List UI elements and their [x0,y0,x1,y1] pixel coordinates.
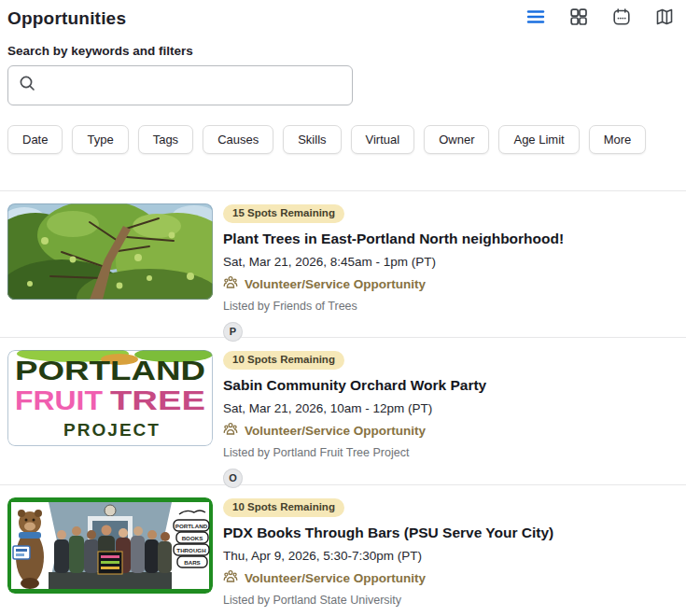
book-label-portland: PORTLAND [175,523,208,529]
opportunity-card-plant-trees[interactable]: 15 Spots Remaining Plant Trees in East-P… [0,190,686,337]
opportunity-type: Volunteer/Service Opportunity [223,422,426,440]
filter-button-date[interactable]: Date [7,125,63,154]
listed-by: Listed by Portland Fruit Tree Project [223,446,409,459]
calendar-view-button[interactable] [611,8,632,29]
filter-button-age-limit[interactable]: Age Limit [498,125,579,154]
filter-bar: Date Type Tags Causes Skills Virtual Own… [7,125,679,154]
opportunity-datetime: Thu, Apr 9, 2026, 5:30-7:30pm (PT) [223,549,422,563]
map-icon [654,7,675,30]
opportunity-list: 15 Spots Remaining Plant Trees in East-P… [0,190,686,616]
listed-by: Listed by Friends of Trees [223,300,357,313]
filter-button-skills[interactable]: Skills [283,125,341,154]
calendar-icon [611,7,632,30]
opportunity-card-books-through-bars[interactable]: PORTLAND BOOKS THROUGH BARS 10 Spots Rem… [0,484,686,616]
spots-remaining-badge: 15 Spots Remaining [223,204,344,223]
card-body: 10 Spots Remaining Sabin Community Orcha… [223,350,486,488]
filter-button-virtual[interactable]: Virtual [351,125,415,154]
opportunity-type-label: Volunteer/Service Opportunity [245,277,426,291]
book-label-bars: BARS [184,559,201,566]
filter-button-tags[interactable]: Tags [138,125,193,154]
filter-button-type[interactable]: Type [72,125,128,154]
opportunity-datetime: Sat, Mar 21, 2026, 8:45am - 1pm (PT) [223,255,436,269]
search-section-label: Search by keywords and filters [7,44,686,58]
avatar: P [223,322,243,342]
filter-button-owner[interactable]: Owner [424,125,489,154]
opportunity-datetime: Sat, Mar 21, 2026, 10am - 12pm (PT) [223,401,432,415]
top-bar: Opportunities [0,0,686,30]
avatar-group: P [223,322,243,342]
card-body: 15 Spots Remaining Plant Trees in East-P… [223,203,564,342]
opportunity-card-sabin-orchard[interactable]: PORTLAND FRUIT TREE PROJECT 10 Spots Rem… [0,337,686,484]
logo-word-project: PROJECT [63,420,161,440]
filter-button-more[interactable]: More [589,125,647,154]
grid-icon [568,7,589,30]
logo-word-portland: PORTLAND [15,356,205,385]
opportunity-type: Volunteer/Service Opportunity [223,569,426,587]
view-switcher [525,8,675,29]
search-icon [18,74,45,97]
filter-button-causes[interactable]: Causes [203,125,273,154]
search-input-wrapper[interactable] [7,65,353,105]
opportunity-type: Volunteer/Service Opportunity [223,275,426,293]
list-view-button[interactable] [525,8,546,29]
hamburger-icon [525,7,546,30]
people-group-icon [223,569,238,587]
people-group-icon [223,275,238,293]
opportunity-title: Plant Trees in East-Portland North neigh… [223,231,564,247]
opportunity-type-label: Volunteer/Service Opportunity [245,424,426,438]
opportunity-title: Sabin Community Orchard Work Party [223,377,486,394]
opportunity-type-label: Volunteer/Service Opportunity [245,571,426,585]
spots-remaining-badge: 10 Spots Remaining [223,351,344,370]
spots-remaining-badge: 10 Spots Remaining [223,498,344,517]
books-through-bars-photo: PORTLAND BOOKS THROUGH BARS [7,497,213,594]
avatar-group: O [223,469,243,488]
opportunity-title: PDX Books Through Bars (PSU Serve Your C… [223,525,553,541]
tree-canopy-photo [7,203,213,300]
listed-by: Listed by Portland State University [223,594,401,607]
people-group-icon [223,422,238,440]
book-label-through: THROUGH [176,547,206,553]
grid-view-button[interactable] [568,8,589,29]
logo-word-fruit: FRUIT [15,385,103,415]
logo-word-tree: TREE [110,385,205,415]
card-body: 10 Spots Remaining PDX Books Through Bar… [223,497,553,616]
search-input[interactable] [45,66,343,105]
portland-fruit-tree-project-logo: PORTLAND FRUIT TREE PROJECT [7,350,213,446]
map-view-button[interactable] [654,8,675,29]
page-title: Opportunities [7,8,126,29]
book-label-books: BOOKS [182,535,203,541]
avatar: O [223,469,243,488]
